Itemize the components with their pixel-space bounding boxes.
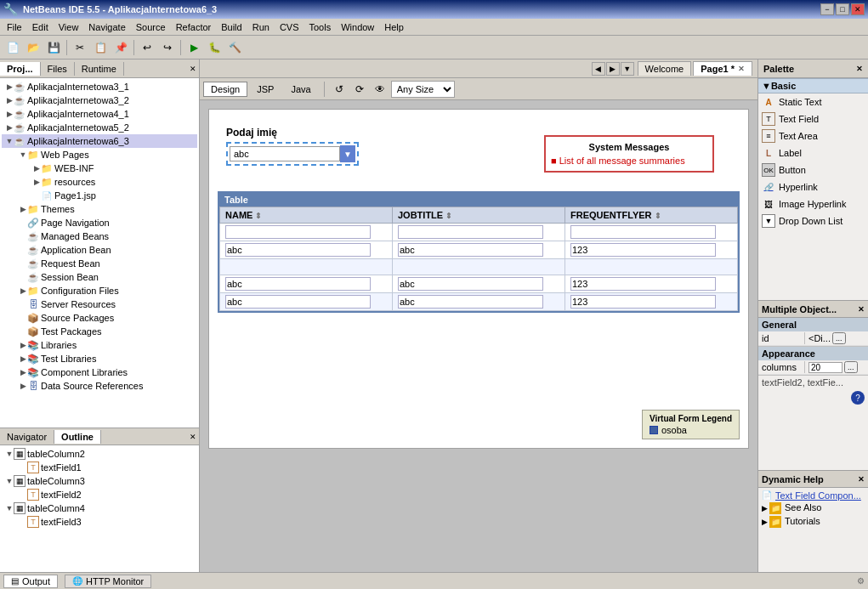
cell-input[interactable] (398, 261, 543, 273)
sort-freqflyer-icon[interactable]: ⇕ (655, 212, 661, 220)
prop-help-icon[interactable]: ? (851, 391, 865, 405)
design-view-button[interactable]: Design (203, 82, 247, 97)
menu-build[interactable]: Build (216, 20, 247, 34)
copy-button[interactable]: 📋 (91, 38, 110, 57)
tree-item-datasrcref[interactable]: ▶ 🗄 Data Source References (2, 379, 197, 393)
cell-input[interactable] (398, 243, 543, 257)
tab-welcome[interactable]: Welcome (638, 61, 692, 76)
tab-runtime[interactable]: Runtime (75, 62, 124, 76)
build-button[interactable]: 🔨 (225, 38, 244, 57)
minimize-button[interactable]: − (820, 3, 834, 15)
outline-close-icon[interactable]: ✕ (187, 432, 199, 442)
palette-item-dropdown[interactable]: ▼ Drop Down List (758, 212, 868, 229)
menu-navigate[interactable]: Navigate (83, 20, 130, 34)
cell-input[interactable] (225, 243, 371, 257)
tree-item-requestbean[interactable]: ☕ Request Bean (2, 257, 197, 270)
size-selector[interactable]: Any Size 800x600 1024x768 (391, 81, 455, 98)
cell-input[interactable] (225, 261, 371, 273)
palette-item-hyperlink[interactable]: 🔗 Hyperlink (758, 178, 868, 195)
tab-outline[interactable]: Outline (54, 430, 101, 444)
outline-item-tc2[interactable]: ▼ ▦ tableColumn2 (2, 447, 197, 461)
outline-item-tf1[interactable]: T textField1 (2, 461, 197, 474)
tree-item-page1jsp[interactable]: 📄 Page1.jsp (2, 189, 197, 202)
tree-item-proj4[interactable]: ▶ ☕ AplikacjaInternetowa5_2 (2, 121, 197, 134)
tab-projects[interactable]: Proj... (0, 62, 41, 76)
jsp-view-button[interactable]: JSP (249, 82, 281, 97)
tab-menu-arrow[interactable]: ▼ (621, 62, 634, 76)
palette-item-label[interactable]: L Label (758, 144, 868, 161)
dropdown-arrow-icon[interactable]: ▼ (340, 145, 355, 162)
tree-item-configfiles[interactable]: ▶ 📁 Configuration Files (2, 284, 197, 297)
outline-item-tc3[interactable]: ▼ ▦ tableColumn3 (2, 474, 197, 488)
save-button[interactable]: 💾 (44, 38, 63, 57)
tree-item-libraries[interactable]: ▶ 📚 Libraries (2, 338, 197, 352)
preview-button[interactable]: 👁 (371, 80, 389, 99)
next-tab-arrow[interactable]: ▶ (606, 62, 620, 76)
palette-item-button[interactable]: OK Button (758, 161, 868, 178)
sync-button[interactable]: ⟳ (350, 80, 369, 99)
tree-item-proj3[interactable]: ▶ ☕ AplikacjaInternetowa4_1 (2, 107, 197, 121)
outline-item-tc4[interactable]: ▼ ▦ tableColumn4 (2, 501, 197, 515)
cell-input[interactable] (570, 295, 716, 309)
prop-columns-browse-button[interactable]: ... (844, 361, 858, 373)
panel-close-icon[interactable]: ✕ (187, 64, 199, 74)
statusbar-tab-httpmonitor[interactable]: 🌐 HTTP Monitor (65, 575, 151, 588)
redo-button[interactable]: ↪ (158, 38, 177, 57)
tab-page1[interactable]: Page1 * ✕ (693, 61, 752, 76)
dh-close-icon[interactable]: ✕ (858, 475, 865, 484)
new-file-button[interactable]: 📄 (3, 38, 22, 57)
tree-item-pagenav[interactable]: 🔗 Page Navigation (2, 216, 197, 229)
tree-item-proj1[interactable]: ▶ ☕ AplikacjaInternetowa3_1 (2, 80, 197, 93)
palette-close-icon[interactable]: ✕ (856, 65, 863, 73)
outline-item-tf2[interactable]: T textField2 (2, 488, 197, 501)
menu-source[interactable]: Source (131, 20, 171, 34)
tree-item-serverres[interactable]: 🗄 Server Resources (2, 297, 197, 311)
open-button[interactable]: 📂 (24, 38, 43, 57)
tree-item-testlibs[interactable]: ▶ 📚 Test Libraries (2, 352, 197, 365)
main-text-input[interactable] (230, 146, 340, 161)
filter-freqflyer-input[interactable] (570, 225, 716, 239)
menu-refactor[interactable]: Refactor (171, 20, 217, 34)
cell-input[interactable] (398, 295, 543, 309)
menu-tools[interactable]: Tools (304, 20, 337, 34)
tree-item-sessionbean[interactable]: ☕ Session Bean (2, 270, 197, 284)
tab-navigator[interactable]: Navigator (0, 430, 54, 444)
palette-item-image-hyperlink[interactable]: 🖼 Image Hyperlink (758, 195, 868, 212)
menu-view[interactable]: View (54, 20, 84, 34)
menu-edit[interactable]: Edit (27, 20, 54, 34)
menu-window[interactable]: Window (336, 20, 379, 34)
tree-item-proj5[interactable]: ▼ ☕ AplikacjaInternetowa6_3 (2, 134, 197, 148)
paste-button[interactable]: 📌 (111, 38, 130, 57)
tree-item-proj2[interactable]: ▶ ☕ AplikacjaInternetowa3_2 (2, 93, 197, 107)
cell-input[interactable] (225, 277, 371, 291)
cell-input[interactable] (398, 277, 543, 291)
menu-run[interactable]: Run (247, 20, 275, 34)
tree-item-managedbeans[interactable]: ☕ Managed Beans (2, 229, 197, 243)
prop-id-browse-button[interactable]: ... (832, 332, 846, 344)
cell-input[interactable] (570, 261, 716, 273)
sort-name-icon[interactable]: ⇕ (255, 212, 262, 220)
dh-item-textfield[interactable]: 📄 Text Field Compon... (760, 490, 866, 501)
palette-item-text-area[interactable]: ≡ Text Area (758, 127, 868, 144)
dh-item-tutorials[interactable]: ▶ 📁 Tutorials (760, 515, 866, 529)
dh-item-seealso[interactable]: ▶ 📁 See Also (760, 501, 866, 515)
tree-item-webpages[interactable]: ▼ 📁 Web Pages (2, 148, 197, 161)
tree-item-themes[interactable]: ▶ 📁 Themes (2, 202, 197, 216)
cell-input[interactable] (225, 295, 371, 309)
tree-item-webinf[interactable]: ▶ 📁 WEB-INF (2, 161, 197, 175)
properties-close-icon[interactable]: ✕ (858, 305, 865, 314)
filter-jobtitle-input[interactable] (398, 225, 543, 239)
run-button[interactable]: ▶ (184, 38, 203, 57)
close-button[interactable]: ✕ (851, 3, 865, 15)
tree-item-appbean[interactable]: ☕ Application Bean (2, 243, 197, 257)
tree-item-resources[interactable]: ▶ 📁 resources (2, 175, 197, 189)
palette-basic-header[interactable]: ▼ Basic (758, 78, 868, 93)
menu-file[interactable]: File (2, 20, 27, 34)
prop-columns-input[interactable] (808, 362, 842, 373)
menu-help[interactable]: Help (379, 20, 409, 34)
restore-button[interactable]: □ (836, 3, 849, 15)
tree-item-srcpkgs[interactable]: 📦 Source Packages (2, 311, 197, 325)
outline-item-tf3[interactable]: T textField3 (2, 515, 197, 529)
cut-button[interactable]: ✂ (71, 38, 89, 57)
sort-jobtitle-icon[interactable]: ⇕ (445, 212, 452, 220)
